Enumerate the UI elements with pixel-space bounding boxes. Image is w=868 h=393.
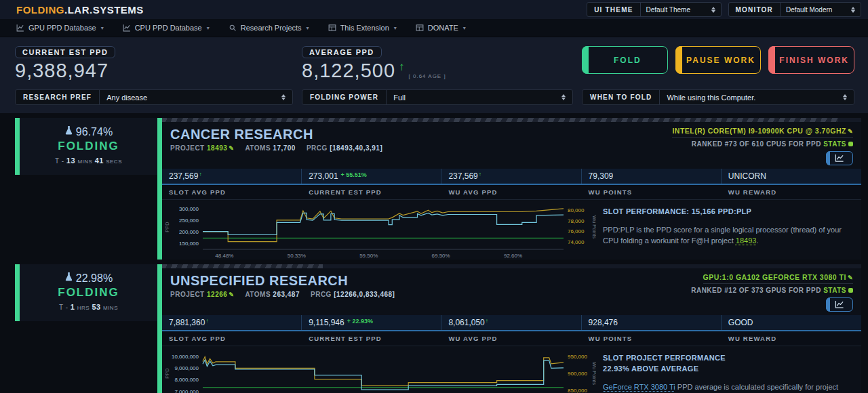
slot-performance-panel: SLOT PROJECT PERFORMANCE 22.93% ABOVE AV… [596, 348, 861, 393]
pause-work-button[interactable]: PAUSE WORK [675, 46, 762, 74]
nav-donate[interactable]: DONATE▾ [416, 24, 466, 32]
top-bar: FOLDING.LAR.SYSTEMS UI THEME Default The… [0, 0, 868, 19]
project-link[interactable]: 18493 [207, 144, 227, 152]
stat-slot-avg-ppd: 237,569↑ [162, 169, 302, 184]
when-to-fold-label: WHEN TO FOLD [583, 90, 660, 104]
controls-section: CURRENT EST PPD 9,388,947 RESEARCH PREF … [0, 37, 868, 113]
select-arrows-icon [843, 94, 847, 100]
stat-slot-avg-ppd: 7,881,360↑ [162, 315, 302, 330]
chevron-down-icon: ▾ [394, 25, 397, 31]
ui-theme-label: UI THEME [587, 3, 640, 16]
average-ppd-value: 8,122,500 ↑ [ 0.64 AGE ] [302, 60, 573, 84]
ppd-history-chart: 7,000,0008,000,0009,000,00010,000,000850… [162, 348, 596, 393]
svg-text:69.50%: 69.50% [432, 253, 450, 259]
device-line: INTEL(R) CORE(TM) I9-10900K CPU @ 3.70GH… [672, 127, 853, 138]
edit-icon: ✎ [848, 128, 853, 135]
edit-icon: ✎ [229, 145, 234, 152]
grid-icon [328, 24, 336, 32]
research-category-title: UNSPECIFIED RESEARCH [170, 273, 395, 289]
svg-text:950,000: 950,000 [568, 354, 587, 360]
slot-status-label: FOLDING [24, 140, 153, 153]
flask-icon [64, 272, 73, 285]
svg-text:900,000: 900,000 [568, 371, 587, 377]
stat-wu-avg-ppd: 8,061,050↑ [441, 315, 581, 330]
average-ppd-badge: AVERAGE PPD [302, 46, 382, 58]
nav-research-projects[interactable]: Research Projects▾ [229, 24, 309, 32]
ranked-line: RANKED #73 OF 610 CPUS FOR PPD STATS [692, 140, 853, 148]
slot-row-0: 96.74% FOLDING T - 13 MINS 41 SECS CANCE… [15, 118, 861, 260]
monitor-select[interactable]: Default Modern [781, 3, 861, 16]
nav-cpu-ppd-database[interactable]: CPU PPD Database▾ [123, 24, 210, 32]
current-est-ppd-value: 9,388,947 [15, 60, 293, 84]
nav-this-extension[interactable]: This Extension▾ [328, 24, 397, 32]
stats-link[interactable]: STATS [823, 287, 846, 294]
inline-link[interactable]: 18493 [736, 236, 757, 245]
device-line: GPU:1:0 GA102 GEFORCE RTX 3080 TI✎ [703, 273, 853, 284]
svg-text:8,000,000: 8,000,000 [174, 377, 199, 383]
chart-line-icon [123, 24, 131, 32]
project-info-line: PROJECT 18493✎ ATOMS 17,700 PRCG [18493,… [170, 144, 382, 152]
slot-chart-button[interactable] [826, 151, 853, 165]
svg-text:250,000: 250,000 [179, 218, 199, 224]
chevron-down-icon: ▾ [307, 25, 309, 31]
svg-text:200,000: 200,000 [179, 229, 199, 235]
chart-line-icon [16, 24, 24, 32]
fold-button[interactable]: FOLD [582, 46, 668, 74]
slot-progress-percent: 96.74% [24, 125, 153, 138]
folding-power-control: FOLDING POWER Full [302, 89, 573, 105]
slot-chart-button[interactable] [826, 297, 853, 312]
stats-link[interactable]: STATS [823, 140, 846, 148]
svg-text:59.50%: 59.50% [359, 253, 378, 259]
svg-text:48.48%: 48.48% [215, 253, 233, 259]
slot-status-panel: 22.98% FOLDING T - 1 HRS 53 MINS [15, 264, 157, 321]
logo-rest-text: .LAR.SYSTEMS [64, 4, 144, 16]
svg-text:80,000: 80,000 [568, 207, 585, 213]
slot-stats-labels: SLOT AVG PPD CURRENT EST PPD WU AVG PPD … [162, 331, 861, 346]
svg-text:150,000: 150,000 [179, 241, 199, 247]
project-link[interactable]: 12266 [207, 291, 227, 298]
app-logo[interactable]: FOLDING.LAR.SYSTEMS [16, 4, 144, 16]
select-arrows-icon [851, 7, 855, 13]
stats-icon [848, 288, 853, 293]
stat-wu-reward: UNICORN [722, 169, 861, 184]
folding-power-select[interactable]: Full [387, 90, 572, 104]
ui-theme-select[interactable]: Default Theme [641, 3, 721, 16]
ppd-history-chart: 150,000200,000250,000300,00074,00076,000… [162, 201, 596, 260]
slot-performance-description: PPD:PLP is the PPD score for a single lo… [603, 224, 852, 247]
slot-stats-values: 237,569↑ 273,001+ 55.51% 237,569↑ 79,309… [162, 169, 861, 185]
trend-up-icon: ↑ [399, 60, 406, 75]
slot-status-label: FOLDING [24, 286, 153, 299]
inline-link[interactable]: GeForce RTX 3080 Ti [603, 383, 675, 391]
grid-icon [416, 24, 424, 32]
when-to-fold-select[interactable]: While using this Computer. [660, 90, 854, 104]
finish-work-button[interactable]: FINISH WORK [768, 46, 854, 74]
slot-progress-percent: 22.98% [24, 272, 153, 285]
ui-theme-control: UI THEME Default Theme [587, 2, 721, 17]
stat-wu-avg-ppd: 237,569↑ [441, 169, 581, 184]
device-link[interactable]: INTEL(R) CORE(TM) I9-10900K CPU @ 3.70GH… [672, 127, 846, 135]
select-arrows-icon [711, 7, 715, 13]
chart-svg: 150,000200,000250,000300,00074,00076,000… [162, 201, 596, 260]
slot-performance-heading: SLOT PERFORMANCE: 15,166 PPD:PLP [603, 207, 852, 218]
slot-performance-heading: SLOT PROJECT PERFORMANCE [603, 353, 852, 364]
svg-text:PPD: PPD [164, 368, 170, 379]
nav-gpu-ppd-database[interactable]: GPU PPD Database▾ [16, 24, 104, 32]
stat-wu-points: 79,309 [582, 169, 722, 184]
device-link[interactable]: GPU:1:0 GA102 GEFORCE RTX 3080 TI [703, 273, 846, 281]
folding-power-label: FOLDING POWER [302, 90, 387, 104]
main-nav: GPU PPD Database▾ CPU PPD Database▾ Rese… [0, 19, 868, 37]
chevron-down-icon: ▾ [207, 25, 210, 31]
svg-text:76,000: 76,000 [568, 228, 585, 234]
delta-badge: + 55.51% [341, 171, 367, 178]
current-est-ppd-badge: CURRENT EST PPD [15, 46, 115, 58]
research-pref-control: RESEARCH PREF Any disease [15, 89, 293, 105]
svg-text:PPD: PPD [164, 222, 170, 232]
ranked-line: RANKED #12 OF 373 GPUS FOR PPD STATS [691, 287, 853, 294]
stats-icon [848, 142, 853, 146]
research-pref-select[interactable]: Any disease [100, 90, 292, 104]
svg-text:300,000: 300,000 [179, 206, 199, 212]
research-icon [229, 24, 237, 32]
chevron-down-icon: ▾ [463, 25, 466, 31]
when-to-fold-control: WHEN TO FOLD While using this Computer. [582, 89, 854, 105]
edit-icon: ✎ [229, 291, 234, 298]
